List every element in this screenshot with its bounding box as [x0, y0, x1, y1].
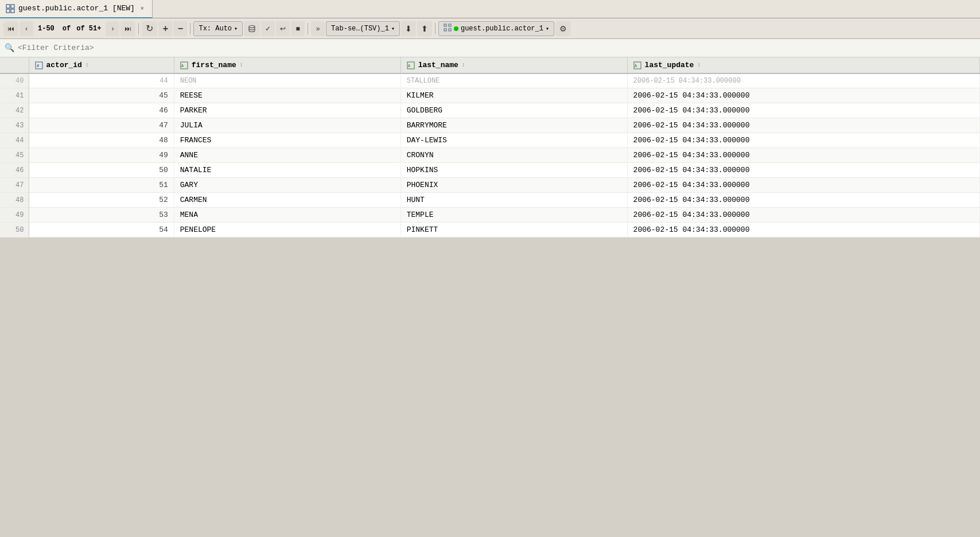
actor-id-cell: 52 — [29, 193, 174, 208]
svg-rect-7 — [444, 29, 446, 31]
tx-chevron: ▾ — [234, 25, 238, 32]
upload-button[interactable]: ⬆ — [417, 21, 432, 36]
connection-icon — [444, 24, 452, 34]
remove-row-button[interactable]: − — [173, 21, 187, 36]
last-name-cell: CRONYN — [400, 148, 627, 163]
add-row-button[interactable]: + — [158, 21, 172, 36]
last-update-cell: 2006-02-15 04:34:33.000000 — [627, 133, 979, 148]
svg-rect-1 — [11, 5, 14, 8]
last-update-cell: 2006-02-15 04:34:33.000000 — [627, 103, 979, 118]
page-total: of 51+ — [73, 24, 104, 34]
undo-button[interactable]: ↩ — [276, 21, 290, 36]
col-last-update-sort[interactable]: ↕ — [697, 62, 701, 68]
row-num-cell: 45 — [0, 148, 29, 163]
toolbar: ⏮ ‹ 1-50 of of 51+ › ⏭ ↻ + − Tx: Auto ▾ … — [0, 18, 980, 39]
str-col-icon-last: A — [407, 61, 415, 69]
table-container: # actor_id ↕ A first_name ↕ — [0, 57, 980, 238]
last-update-cell: 2006-02-15 04:34:33.000000 — [627, 208, 979, 223]
last-update-cell: 2006-02-15 04:34:33.000000 — [627, 178, 979, 193]
stop-button[interactable]: ■ — [291, 21, 305, 36]
more-button[interactable]: » — [311, 21, 325, 36]
table-row[interactable]: 4953MENATEMPLE2006-02-15 04:34:33.000000 — [0, 208, 980, 223]
last-page-button[interactable]: ⏭ — [120, 21, 135, 36]
next-page-button[interactable]: › — [106, 21, 119, 36]
col-first-name-sort[interactable]: ↕ — [240, 62, 243, 68]
last-update-cell: 2006-02-15 04:34:33.000000 — [627, 223, 979, 238]
last-name-cell: PINKETT — [400, 223, 627, 238]
num-col-icon: # — [35, 61, 43, 69]
col-header-last-name[interactable]: A last_name ↕ — [400, 57, 627, 73]
db-icon-button[interactable] — [244, 21, 260, 36]
settings-button[interactable]: ⚙ — [555, 21, 571, 36]
last-name-cell: GOLDBERG — [400, 103, 627, 118]
col-header-last-update[interactable]: A last_update ↕ — [627, 57, 979, 73]
connection-status-dot — [454, 26, 458, 31]
col-header-actor-id[interactable]: # actor_id ↕ — [29, 57, 174, 73]
tab-actor1[interactable]: guest.public.actor_1 [NEW] × — [0, 0, 153, 18]
format-dropdown[interactable]: Tab-se…(TSV)_1 ▾ — [326, 21, 400, 36]
tab-label: guest.public.actor_1 [NEW] — [18, 4, 135, 13]
actor-id-cell: 47 — [29, 118, 174, 133]
first-name-cell: PENELOPE — [174, 223, 400, 238]
sep-4 — [435, 23, 435, 34]
tab-close-button[interactable]: × — [138, 5, 146, 13]
svg-text:A: A — [635, 64, 637, 68]
refresh-button[interactable]: ↻ — [142, 21, 157, 36]
tx-dropdown[interactable]: Tx: Auto ▾ — [193, 21, 243, 36]
table-row[interactable]: 4145REESEKILMER2006-02-15 04:34:33.00000… — [0, 88, 980, 103]
last-update-cell: 2006-02-15 04:34:33.000000 — [627, 193, 979, 208]
col-actor-id-label: actor_id — [46, 61, 82, 69]
confirm-button[interactable]: ✓ — [261, 21, 275, 36]
download-button[interactable]: ⬇ — [401, 21, 416, 36]
first-name-cell: MENA — [174, 208, 400, 223]
svg-text:A: A — [408, 64, 411, 68]
actor-id-cell: 48 — [29, 133, 174, 148]
prev-page-button[interactable]: ‹ — [20, 21, 33, 36]
db-icon — [248, 25, 256, 33]
col-last-name-label: last_name — [418, 61, 458, 69]
table-row[interactable]: 4549ANNECRONYN2006-02-15 04:34:33.000000 — [0, 148, 980, 163]
col-last-name-sort[interactable]: ↕ — [462, 62, 465, 68]
last-update-cell: 2006-02-15 04:34:33.000000 — [627, 88, 979, 103]
last-update-cell: 2006-02-15 04:34:33.000000 — [627, 163, 979, 178]
svg-rect-2 — [6, 9, 10, 13]
col-header-first-name[interactable]: A first_name ↕ — [174, 57, 400, 73]
connection-dropdown[interactable]: guest.public.actor_1 ▾ — [438, 21, 554, 36]
row-num-cell: 47 — [0, 178, 29, 193]
first-name-cell: JULIA — [174, 118, 400, 133]
row-num-cell: 48 — [0, 193, 29, 208]
str-col-icon-first: A — [180, 61, 188, 69]
row-num-header — [0, 57, 29, 73]
table-row[interactable]: 4852CARMENHUNT2006-02-15 04:34:33.000000 — [0, 193, 980, 208]
table-row[interactable]: 4246PARKERGOLDBERG2006-02-15 04:34:33.00… — [0, 103, 980, 118]
tx-label: Tx: Auto — [199, 25, 232, 33]
col-actor-id-sort[interactable]: ↕ — [85, 62, 89, 68]
row-num-cell: 43 — [0, 118, 29, 133]
table-body: 40 44 NEON STALLONE 2006-02-15 04:34:33.… — [0, 73, 980, 238]
last-name-cell: TEMPLE — [400, 208, 627, 223]
first-name-cell: PARKER — [174, 103, 400, 118]
row-num-cell: 46 — [0, 163, 29, 178]
first-page-button[interactable]: ⏮ — [3, 21, 18, 36]
table-row[interactable]: 4650NATALIEHOPKINS2006-02-15 04:34:33.00… — [0, 163, 980, 178]
page-range: 1-50 — [34, 24, 58, 34]
actor-id-cell: 53 — [29, 208, 174, 223]
svg-rect-3 — [11, 9, 14, 13]
last-name-cell: KILMER — [400, 88, 627, 103]
actor-id-cell: 45 — [29, 88, 174, 103]
actor-id-cell: 54 — [29, 223, 174, 238]
row-num-cell: 50 — [0, 223, 29, 238]
str-col-icon-date: A — [633, 61, 641, 69]
table-row[interactable]: 4347JULIABARRYMORE2006-02-15 04:34:33.00… — [0, 118, 980, 133]
table-row[interactable]: 5054PENELOPEPINKETT2006-02-15 04:34:33.0… — [0, 223, 980, 238]
grid-icon — [6, 4, 15, 13]
table-row[interactable]: 4448FRANCESDAY-LEWIS2006-02-15 04:34:33.… — [0, 133, 980, 148]
svg-rect-5 — [444, 24, 446, 26]
first-name-cell: NEON — [174, 73, 400, 88]
table-row[interactable]: 4751GARYPHOENIX2006-02-15 04:34:33.00000… — [0, 178, 980, 193]
table-row[interactable]: 40 44 NEON STALLONE 2006-02-15 04:34:33.… — [0, 73, 980, 88]
row-num-cell: 40 — [0, 73, 29, 88]
filter-criteria[interactable]: <Filter Criteria> — [18, 44, 94, 52]
row-num-cell: 41 — [0, 88, 29, 103]
first-name-cell: GARY — [174, 178, 400, 193]
